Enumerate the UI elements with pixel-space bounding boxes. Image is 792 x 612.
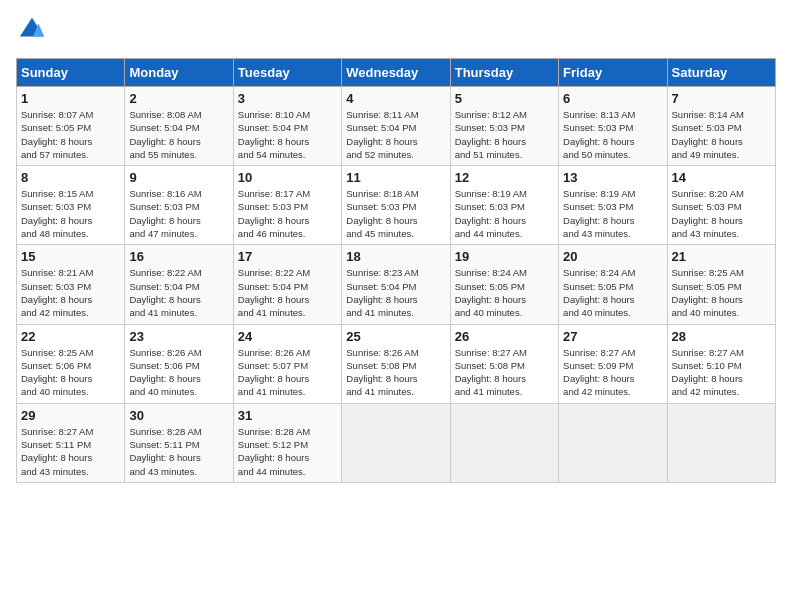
calendar-cell: 15Sunrise: 8:21 AM Sunset: 5:03 PM Dayli… — [17, 245, 125, 324]
day-number: 6 — [563, 91, 662, 106]
day-info: Sunrise: 8:19 AM Sunset: 5:03 PM Dayligh… — [455, 187, 554, 240]
weekday-header: Friday — [559, 59, 667, 87]
logo — [16, 16, 50, 48]
calendar-cell: 25Sunrise: 8:26 AM Sunset: 5:08 PM Dayli… — [342, 324, 450, 403]
day-info: Sunrise: 8:17 AM Sunset: 5:03 PM Dayligh… — [238, 187, 337, 240]
day-number: 19 — [455, 249, 554, 264]
calendar-cell: 12Sunrise: 8:19 AM Sunset: 5:03 PM Dayli… — [450, 166, 558, 245]
day-info: Sunrise: 8:19 AM Sunset: 5:03 PM Dayligh… — [563, 187, 662, 240]
calendar-cell: 29Sunrise: 8:27 AM Sunset: 5:11 PM Dayli… — [17, 403, 125, 482]
day-number: 14 — [672, 170, 771, 185]
day-info: Sunrise: 8:27 AM Sunset: 5:11 PM Dayligh… — [21, 425, 120, 478]
calendar-cell: 19Sunrise: 8:24 AM Sunset: 5:05 PM Dayli… — [450, 245, 558, 324]
calendar-cell: 30Sunrise: 8:28 AM Sunset: 5:11 PM Dayli… — [125, 403, 233, 482]
logo-icon — [18, 16, 46, 44]
day-number: 5 — [455, 91, 554, 106]
day-number: 15 — [21, 249, 120, 264]
day-info: Sunrise: 8:12 AM Sunset: 5:03 PM Dayligh… — [455, 108, 554, 161]
day-number: 9 — [129, 170, 228, 185]
day-number: 8 — [21, 170, 120, 185]
day-number: 2 — [129, 91, 228, 106]
day-number: 17 — [238, 249, 337, 264]
day-info: Sunrise: 8:22 AM Sunset: 5:04 PM Dayligh… — [129, 266, 228, 319]
day-number: 28 — [672, 329, 771, 344]
calendar-cell: 13Sunrise: 8:19 AM Sunset: 5:03 PM Dayli… — [559, 166, 667, 245]
day-info: Sunrise: 8:07 AM Sunset: 5:05 PM Dayligh… — [21, 108, 120, 161]
day-number: 12 — [455, 170, 554, 185]
day-number: 21 — [672, 249, 771, 264]
calendar-cell: 21Sunrise: 8:25 AM Sunset: 5:05 PM Dayli… — [667, 245, 775, 324]
day-number: 4 — [346, 91, 445, 106]
day-number: 23 — [129, 329, 228, 344]
calendar-cell: 5Sunrise: 8:12 AM Sunset: 5:03 PM Daylig… — [450, 87, 558, 166]
calendar-cell — [450, 403, 558, 482]
day-info: Sunrise: 8:18 AM Sunset: 5:03 PM Dayligh… — [346, 187, 445, 240]
calendar-cell: 17Sunrise: 8:22 AM Sunset: 5:04 PM Dayli… — [233, 245, 341, 324]
calendar-cell: 27Sunrise: 8:27 AM Sunset: 5:09 PM Dayli… — [559, 324, 667, 403]
calendar-week-row: 15Sunrise: 8:21 AM Sunset: 5:03 PM Dayli… — [17, 245, 776, 324]
day-info: Sunrise: 8:28 AM Sunset: 5:11 PM Dayligh… — [129, 425, 228, 478]
day-info: Sunrise: 8:14 AM Sunset: 5:03 PM Dayligh… — [672, 108, 771, 161]
day-info: Sunrise: 8:13 AM Sunset: 5:03 PM Dayligh… — [563, 108, 662, 161]
day-info: Sunrise: 8:16 AM Sunset: 5:03 PM Dayligh… — [129, 187, 228, 240]
weekday-header: Monday — [125, 59, 233, 87]
day-number: 7 — [672, 91, 771, 106]
day-info: Sunrise: 8:08 AM Sunset: 5:04 PM Dayligh… — [129, 108, 228, 161]
day-info: Sunrise: 8:25 AM Sunset: 5:06 PM Dayligh… — [21, 346, 120, 399]
day-number: 29 — [21, 408, 120, 423]
calendar-cell: 18Sunrise: 8:23 AM Sunset: 5:04 PM Dayli… — [342, 245, 450, 324]
day-number: 31 — [238, 408, 337, 423]
day-info: Sunrise: 8:26 AM Sunset: 5:08 PM Dayligh… — [346, 346, 445, 399]
calendar-cell: 24Sunrise: 8:26 AM Sunset: 5:07 PM Dayli… — [233, 324, 341, 403]
day-number: 18 — [346, 249, 445, 264]
day-info: Sunrise: 8:10 AM Sunset: 5:04 PM Dayligh… — [238, 108, 337, 161]
calendar-cell — [342, 403, 450, 482]
day-info: Sunrise: 8:25 AM Sunset: 5:05 PM Dayligh… — [672, 266, 771, 319]
day-info: Sunrise: 8:24 AM Sunset: 5:05 PM Dayligh… — [455, 266, 554, 319]
day-info: Sunrise: 8:23 AM Sunset: 5:04 PM Dayligh… — [346, 266, 445, 319]
calendar-cell: 2Sunrise: 8:08 AM Sunset: 5:04 PM Daylig… — [125, 87, 233, 166]
calendar-cell: 20Sunrise: 8:24 AM Sunset: 5:05 PM Dayli… — [559, 245, 667, 324]
day-number: 11 — [346, 170, 445, 185]
weekday-header-row: SundayMondayTuesdayWednesdayThursdayFrid… — [17, 59, 776, 87]
day-number: 13 — [563, 170, 662, 185]
weekday-header: Saturday — [667, 59, 775, 87]
day-number: 3 — [238, 91, 337, 106]
calendar-cell: 16Sunrise: 8:22 AM Sunset: 5:04 PM Dayli… — [125, 245, 233, 324]
calendar-week-row: 22Sunrise: 8:25 AM Sunset: 5:06 PM Dayli… — [17, 324, 776, 403]
day-info: Sunrise: 8:27 AM Sunset: 5:10 PM Dayligh… — [672, 346, 771, 399]
calendar-week-row: 8Sunrise: 8:15 AM Sunset: 5:03 PM Daylig… — [17, 166, 776, 245]
calendar-week-row: 1Sunrise: 8:07 AM Sunset: 5:05 PM Daylig… — [17, 87, 776, 166]
calendar-cell: 14Sunrise: 8:20 AM Sunset: 5:03 PM Dayli… — [667, 166, 775, 245]
day-info: Sunrise: 8:26 AM Sunset: 5:06 PM Dayligh… — [129, 346, 228, 399]
day-number: 25 — [346, 329, 445, 344]
day-number: 1 — [21, 91, 120, 106]
calendar-cell — [667, 403, 775, 482]
calendar-cell: 1Sunrise: 8:07 AM Sunset: 5:05 PM Daylig… — [17, 87, 125, 166]
day-info: Sunrise: 8:20 AM Sunset: 5:03 PM Dayligh… — [672, 187, 771, 240]
weekday-header: Tuesday — [233, 59, 341, 87]
day-number: 10 — [238, 170, 337, 185]
day-number: 22 — [21, 329, 120, 344]
calendar-cell: 4Sunrise: 8:11 AM Sunset: 5:04 PM Daylig… — [342, 87, 450, 166]
calendar-cell: 22Sunrise: 8:25 AM Sunset: 5:06 PM Dayli… — [17, 324, 125, 403]
calendar-cell: 26Sunrise: 8:27 AM Sunset: 5:08 PM Dayli… — [450, 324, 558, 403]
calendar-cell: 6Sunrise: 8:13 AM Sunset: 5:03 PM Daylig… — [559, 87, 667, 166]
page-header — [16, 16, 776, 48]
day-info: Sunrise: 8:27 AM Sunset: 5:09 PM Dayligh… — [563, 346, 662, 399]
calendar-table: SundayMondayTuesdayWednesdayThursdayFrid… — [16, 58, 776, 483]
day-number: 24 — [238, 329, 337, 344]
day-number: 16 — [129, 249, 228, 264]
day-number: 20 — [563, 249, 662, 264]
weekday-header: Thursday — [450, 59, 558, 87]
day-number: 27 — [563, 329, 662, 344]
day-number: 26 — [455, 329, 554, 344]
calendar-cell: 3Sunrise: 8:10 AM Sunset: 5:04 PM Daylig… — [233, 87, 341, 166]
calendar-cell: 7Sunrise: 8:14 AM Sunset: 5:03 PM Daylig… — [667, 87, 775, 166]
calendar-cell: 11Sunrise: 8:18 AM Sunset: 5:03 PM Dayli… — [342, 166, 450, 245]
calendar-cell: 28Sunrise: 8:27 AM Sunset: 5:10 PM Dayli… — [667, 324, 775, 403]
day-info: Sunrise: 8:27 AM Sunset: 5:08 PM Dayligh… — [455, 346, 554, 399]
day-number: 30 — [129, 408, 228, 423]
day-info: Sunrise: 8:21 AM Sunset: 5:03 PM Dayligh… — [21, 266, 120, 319]
weekday-header: Sunday — [17, 59, 125, 87]
